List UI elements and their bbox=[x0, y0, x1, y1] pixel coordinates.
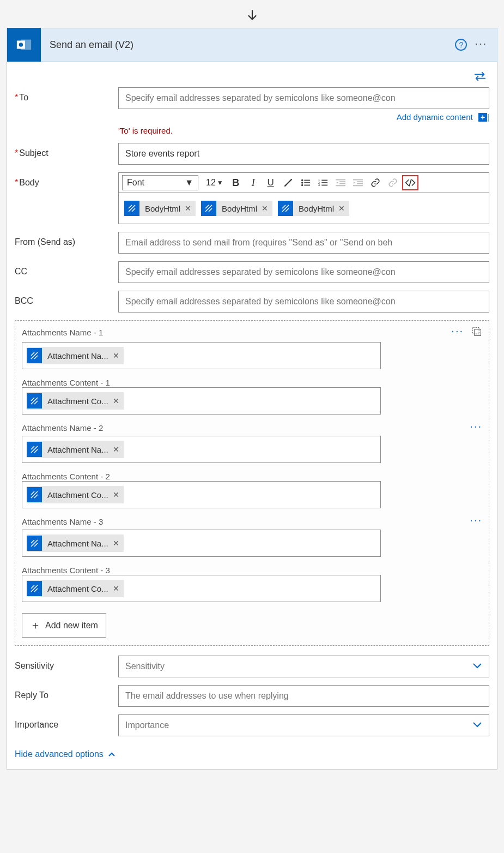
body-token[interactable]: BodyHtml✕ bbox=[124, 201, 196, 216]
svg-rect-10 bbox=[321, 180, 327, 181]
subject-label: *Subject bbox=[15, 143, 118, 158]
svg-rect-26 bbox=[473, 328, 479, 334]
attachment-item-menu[interactable]: ··· bbox=[451, 325, 464, 337]
sensitivity-select[interactable]: Sensitivity bbox=[118, 656, 489, 677]
svg-point-3 bbox=[301, 179, 303, 182]
cc-label: CC bbox=[15, 261, 118, 277]
attachment-content-3-label: Attachments Content - 3 bbox=[22, 566, 482, 575]
svg-rect-27 bbox=[475, 329, 481, 336]
code-view-button[interactable] bbox=[402, 175, 418, 190]
remove-token-icon[interactable]: ✕ bbox=[338, 204, 345, 213]
action-card-body: *To Add dynamic content +| 'To' is requi… bbox=[7, 62, 497, 770]
svg-point-5 bbox=[301, 182, 303, 184]
svg-rect-4 bbox=[304, 180, 310, 181]
body-token[interactable]: BodyHtml✕ bbox=[201, 201, 272, 216]
action-title: Send an email (V2) bbox=[41, 39, 455, 51]
svg-rect-21 bbox=[357, 183, 363, 184]
switch-array-icon[interactable] bbox=[471, 326, 482, 339]
to-error: 'To' is required. bbox=[118, 126, 489, 135]
attachment-item-menu[interactable]: ··· bbox=[470, 420, 482, 432]
plus-icon: ＋ bbox=[30, 618, 41, 633]
replyto-input[interactable] bbox=[118, 685, 489, 707]
svg-rect-17 bbox=[339, 183, 345, 184]
replyto-label: Reply To bbox=[15, 685, 118, 700]
attachments-section: Attachments Name - 1 ··· Attachment Na..… bbox=[15, 320, 489, 646]
svg-text:3: 3 bbox=[318, 183, 320, 187]
cc-input[interactable] bbox=[118, 261, 489, 283]
attachment-name-3-input[interactable]: Attachment Na...✕ bbox=[22, 530, 381, 557]
attachment-content-2-label: Attachments Content - 2 bbox=[22, 472, 482, 481]
attachment-content-2-input[interactable]: Attachment Co...✕ bbox=[22, 481, 381, 508]
from-label: From (Send as) bbox=[15, 232, 118, 247]
more-menu[interactable]: ··· bbox=[475, 37, 487, 50]
attachment-name-2-input[interactable]: Attachment Na...✕ bbox=[22, 436, 381, 463]
italic-button[interactable]: I bbox=[245, 175, 262, 190]
svg-rect-6 bbox=[304, 182, 310, 183]
chevron-down-icon bbox=[472, 720, 482, 730]
attachment-name-1-input[interactable]: Attachment Na...✕ bbox=[22, 342, 381, 369]
svg-rect-18 bbox=[336, 185, 345, 187]
svg-rect-12 bbox=[321, 182, 327, 183]
bullet-list-button[interactable] bbox=[297, 175, 314, 190]
outlook-icon bbox=[7, 28, 41, 62]
remove-token-icon[interactable]: ✕ bbox=[113, 490, 119, 499]
rte-toolbar: Font▼ 12▼ B I U 123 bbox=[119, 173, 489, 193]
remove-token-icon[interactable]: ✕ bbox=[262, 204, 268, 213]
font-select[interactable]: Font▼ bbox=[122, 175, 198, 190]
svg-point-7 bbox=[301, 184, 303, 187]
body-content[interactable]: BodyHtml✕ BodyHtml✕ BodyHtml✕ bbox=[119, 193, 489, 224]
help-icon[interactable]: ? bbox=[455, 39, 467, 51]
svg-rect-16 bbox=[339, 181, 345, 182]
bold-button[interactable]: B bbox=[228, 175, 244, 190]
attachment-item-menu[interactable]: ··· bbox=[470, 514, 482, 526]
body-label: *Body bbox=[15, 172, 118, 188]
add-dynamic-content-link[interactable]: Add dynamic content bbox=[397, 112, 473, 122]
attachment-content-3-input[interactable]: Attachment Co...✕ bbox=[22, 575, 381, 602]
remove-token-icon[interactable]: ✕ bbox=[113, 584, 119, 593]
remove-token-icon[interactable]: ✕ bbox=[113, 351, 119, 360]
attachment-token: Attachment Co...✕ bbox=[27, 392, 124, 410]
body-token[interactable]: BodyHtml✕ bbox=[278, 201, 349, 216]
svg-rect-14 bbox=[321, 185, 327, 186]
importance-select[interactable]: Importance bbox=[118, 714, 489, 736]
from-input[interactable] bbox=[118, 232, 489, 254]
outdent-button[interactable] bbox=[332, 175, 349, 190]
remove-token-icon[interactable]: ✕ bbox=[113, 397, 119, 405]
subject-input[interactable] bbox=[118, 143, 489, 165]
flow-arrow bbox=[7, 7, 497, 28]
to-input[interactable] bbox=[118, 87, 489, 109]
numbered-list-button[interactable]: 123 bbox=[315, 175, 331, 190]
svg-point-2 bbox=[19, 43, 23, 47]
svg-rect-8 bbox=[304, 185, 310, 186]
body-editor: Font▼ 12▼ B I U 123 bbox=[118, 172, 489, 224]
remove-token-icon[interactable]: ✕ bbox=[185, 204, 191, 213]
attachment-token: Attachment Co...✕ bbox=[27, 486, 124, 503]
attachment-token: Attachment Na...✕ bbox=[27, 534, 124, 552]
dynamic-content-plus-icon[interactable]: + bbox=[478, 113, 487, 122]
text-color-button[interactable] bbox=[280, 175, 296, 190]
underline-button[interactable]: U bbox=[263, 175, 279, 190]
attachment-token: Attachment Na...✕ bbox=[27, 441, 124, 458]
action-card-header[interactable]: Send an email (V2) ? ··· bbox=[7, 28, 497, 62]
to-label: *To bbox=[15, 87, 118, 103]
unlink-button[interactable] bbox=[385, 175, 401, 190]
bcc-input[interactable] bbox=[118, 291, 489, 313]
attachment-content-1-input[interactable]: Attachment Co...✕ bbox=[22, 387, 381, 415]
font-size-select[interactable]: 12▼ bbox=[206, 178, 223, 188]
svg-rect-19 bbox=[353, 179, 363, 181]
bcc-label: BCC bbox=[15, 291, 118, 306]
sensitivity-label: Sensitivity bbox=[15, 656, 118, 671]
chevron-down-icon bbox=[472, 662, 482, 671]
attachment-name-3-label: Attachments Name - 3 bbox=[22, 517, 103, 526]
remove-token-icon[interactable]: ✕ bbox=[113, 445, 119, 454]
hide-advanced-options-link[interactable]: Hide advanced options bbox=[15, 749, 116, 759]
svg-rect-15 bbox=[336, 179, 345, 181]
indent-button[interactable] bbox=[350, 175, 366, 190]
link-button[interactable] bbox=[367, 175, 384, 190]
add-new-item-button[interactable]: ＋ Add new item bbox=[22, 613, 106, 638]
attachment-name-2-label: Attachments Name - 2 bbox=[22, 423, 103, 432]
remove-token-icon[interactable]: ✕ bbox=[113, 539, 119, 548]
attachment-token: Attachment Co...✕ bbox=[27, 580, 124, 597]
swap-icon[interactable] bbox=[474, 74, 486, 83]
attachment-content-1-label: Attachments Content - 1 bbox=[22, 378, 482, 387]
